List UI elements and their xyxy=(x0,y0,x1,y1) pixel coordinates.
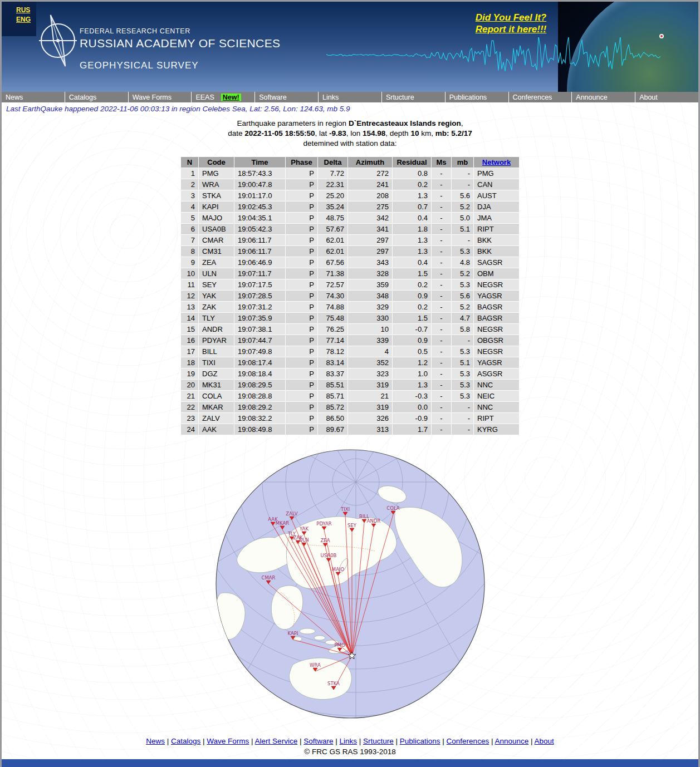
table-cell: - xyxy=(432,346,452,357)
footer-link-announce[interactable]: Announce xyxy=(495,737,528,745)
footer-link-software[interactable]: Software xyxy=(304,737,333,745)
lang-link-rus[interactable]: RUS xyxy=(16,6,36,15)
table-cell: 78.12 xyxy=(318,346,348,357)
did-you-feel-it-block: Did You Feel It? Report it here!!! xyxy=(465,12,557,35)
footer-separator: | xyxy=(357,737,363,745)
table-cell: 35.24 xyxy=(318,201,348,213)
table-cell: 19:08:32.2 xyxy=(234,413,286,424)
event-lon: 154.98 xyxy=(363,129,385,137)
station-label-WRA: WRA xyxy=(310,662,321,668)
table-cell: TIXI xyxy=(199,357,234,368)
table-cell: YAGSR xyxy=(474,291,520,302)
table-cell: 1.5 xyxy=(393,268,432,279)
station-label-PMG: PMG xyxy=(334,642,345,648)
table-cell: KYRG xyxy=(474,424,520,435)
org-line1: FEDERAL RESEARCH CENTER xyxy=(80,27,281,35)
footer-separator: | xyxy=(528,737,534,745)
table-cell: 76.25 xyxy=(318,324,348,335)
table-row: 9ZEA19:06:46.9P67.563430.4-4.8SAGSR xyxy=(181,257,520,268)
nav-item-eeas[interactable]: EEASNew! xyxy=(191,92,254,102)
table-cell: 5.8 xyxy=(452,324,474,335)
footer-link-publications[interactable]: Publications xyxy=(400,737,440,745)
footer-link-catalogs[interactable]: Catalogs xyxy=(171,737,200,745)
table-cell: - xyxy=(432,224,452,235)
table-cell: P xyxy=(286,224,318,235)
nav-item-srtucture[interactable]: Srtucture xyxy=(381,92,445,102)
nav-item-about[interactable]: About xyxy=(635,92,698,102)
event-summary-line2: date 2022-11-05 18:55:50, lat -9.83, lon… xyxy=(2,129,698,139)
report-it-here-link[interactable]: Report it here!!! xyxy=(465,23,557,35)
event-magnitude: mb: 5.2/17 xyxy=(435,129,472,137)
table-cell: JMA xyxy=(474,213,520,224)
nav-item-conferences[interactable]: Conferences xyxy=(508,92,572,102)
table-cell: 22.31 xyxy=(318,179,348,190)
table-cell: 75.48 xyxy=(318,313,348,324)
station-label-KAPI: KAPI xyxy=(287,631,298,636)
table-cell: 19:07:35.9 xyxy=(234,313,286,324)
table-cell: KAPI xyxy=(199,201,234,213)
table-row: 14TLY19:07:35.9P75.483301.5-4.7BAGSR xyxy=(181,313,520,324)
table-cell: P xyxy=(286,302,318,313)
table-cell: 86.50 xyxy=(318,413,348,424)
table-cell: 2 xyxy=(181,179,199,190)
table-cell: 74.30 xyxy=(318,291,348,302)
footer-link-links[interactable]: Links xyxy=(339,737,357,745)
table-cell: - xyxy=(432,291,452,302)
table-cell: 17 xyxy=(181,346,199,357)
table-cell: 13 xyxy=(181,302,199,313)
table-cell: 272 xyxy=(348,168,393,179)
footer-link-srtucture[interactable]: Srtucture xyxy=(363,737,394,745)
nav-item-news[interactable]: News xyxy=(2,92,65,102)
table-cell: 208 xyxy=(348,190,393,201)
table-cell: 0.9 xyxy=(393,335,432,346)
footer-link-wave-forms[interactable]: Wave Forms xyxy=(207,737,249,745)
table-cell: 15 xyxy=(181,324,199,335)
new-badge[interactable]: New! xyxy=(221,94,241,101)
nav-item-wave-forms[interactable]: Wave Forms xyxy=(128,92,192,102)
event-depth: 10 xyxy=(410,129,419,137)
table-cell: WRA xyxy=(199,179,234,190)
table-cell: 77.14 xyxy=(318,335,348,346)
table-cell: - xyxy=(432,391,452,402)
table-cell: 5.3 xyxy=(452,380,474,391)
table-cell: 341 xyxy=(348,224,393,235)
table-cell: 313 xyxy=(348,424,393,435)
table-cell: 0.0 xyxy=(393,402,432,413)
table-cell: 57.67 xyxy=(318,224,348,235)
table-cell: P xyxy=(286,213,318,224)
table-cell: 297 xyxy=(348,246,393,257)
table-cell: 72.57 xyxy=(318,279,348,291)
nav-item-label: News xyxy=(6,94,23,101)
table-row: 2WRA19:00:47.8P22.312410.2--CAN xyxy=(181,179,520,190)
table-cell: - xyxy=(452,413,474,424)
did-you-feel-it-link[interactable]: Did You Feel It? xyxy=(465,12,557,23)
table-cell: SAGSR xyxy=(474,257,520,268)
station-label-TIXI: TIXI xyxy=(340,507,349,512)
nav-item-publications[interactable]: Publications xyxy=(445,92,508,102)
table-cell: 14 xyxy=(181,313,199,324)
nav-item-announce[interactable]: Announce xyxy=(571,92,635,102)
org-line3: GEOPHYSICAL SURVEY xyxy=(80,60,281,71)
station-label-YAK: YAK xyxy=(299,526,309,532)
nav-item-software[interactable]: Software xyxy=(254,92,318,102)
table-cell: - xyxy=(452,168,474,179)
network-header-link[interactable]: Network xyxy=(482,158,511,166)
nav-item-links[interactable]: Links xyxy=(318,92,381,102)
footer-link-alert-service[interactable]: Alert Service xyxy=(255,737,298,745)
table-row: 13ZAK19:07:31.2P74.883290.2-5.2BAGSR xyxy=(181,302,520,313)
table-cell: BAGSR xyxy=(474,313,520,324)
station-label-PDYAR: PDYAR xyxy=(316,521,332,527)
footer-link-news[interactable]: News xyxy=(146,737,165,745)
table-cell: PMG xyxy=(199,168,234,179)
lang-link-eng[interactable]: ENG xyxy=(16,15,36,24)
table-cell: P xyxy=(286,257,318,268)
table-cell: 19:06:46.9 xyxy=(234,257,286,268)
footer-link-conferences[interactable]: Conferences xyxy=(447,737,489,745)
table-cell: 19:07:38.1 xyxy=(234,324,286,335)
nav-item-catalogs[interactable]: Catalogs xyxy=(65,92,128,102)
nav-item-label: Software xyxy=(259,94,286,101)
column-header-network[interactable]: Network xyxy=(474,157,520,168)
table-cell: 1.3 xyxy=(393,246,432,257)
table-cell: MK31 xyxy=(199,380,234,391)
footer-link-about[interactable]: About xyxy=(534,737,554,745)
